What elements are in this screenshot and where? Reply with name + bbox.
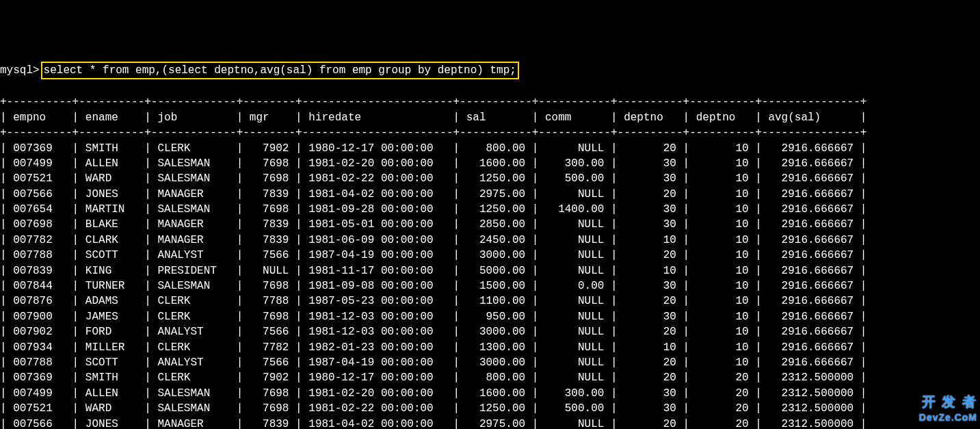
sql-command[interactable]: select * from emp,(select deptno,avg(sal… (41, 62, 519, 79)
command-line: mysql> select * from emp,(select deptno,… (0, 62, 980, 79)
result-table: +----------+----------+-------------+---… (0, 94, 980, 429)
prompt-label: mysql> (0, 63, 40, 78)
